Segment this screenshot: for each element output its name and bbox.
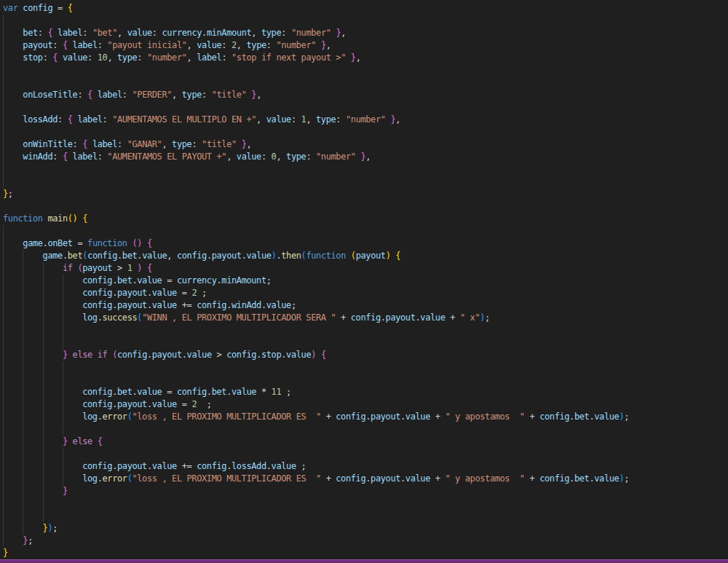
code-token-var: config <box>539 412 569 422</box>
code-token-var: payout <box>117 300 147 310</box>
code-token-op: : <box>221 40 232 50</box>
code-token-op <box>68 436 73 446</box>
code-line[interactable] <box>3 176 728 188</box>
code-token-var: payout <box>212 251 242 261</box>
code-token-op <box>68 350 73 360</box>
code-token-op: : <box>221 52 232 63</box>
code-token-op: : <box>98 151 108 162</box>
code-line[interactable]: config.payout.value += config.winAdd.val… <box>3 299 728 312</box>
code-token-var: payout <box>152 350 182 360</box>
code-token-op: , <box>187 40 197 50</box>
code-line[interactable]: config.payout.value = 2 ; <box>3 287 728 299</box>
code-line[interactable] <box>3 374 728 386</box>
code-line[interactable] <box>3 64 728 76</box>
code-line[interactable]: config.payout.value += config.lossAdd.va… <box>3 460 728 473</box>
code-line[interactable]: log.error("loss , EL PROXIMO MULTIPLICAD… <box>3 473 728 485</box>
code-token-var: lossAdd <box>232 461 266 471</box>
code-token-b1: } <box>3 548 8 558</box>
code-line[interactable]: stop: { value: 10, type: "number", label… <box>3 52 728 64</box>
code-token-op: ; <box>291 300 296 310</box>
code-line[interactable] <box>3 510 728 522</box>
code-line[interactable]: } <box>3 547 728 559</box>
code-token-var: minAmount <box>221 275 266 286</box>
code-line[interactable]: config.payout.value = 2 ; <box>3 398 728 411</box>
code-token-var: value <box>197 40 221 50</box>
code-token-var: payout <box>117 461 147 471</box>
code-line[interactable]: log.error("loss , EL PROXIMO MULTIPLICAD… <box>3 411 728 423</box>
code-editor[interactable]: ) ) ) ) var config = { bet: { label: "be… <box>0 0 728 559</box>
code-token-kw: function <box>87 238 127 248</box>
code-line[interactable]: }; <box>3 535 728 547</box>
code-token-op: . <box>117 251 122 261</box>
code-token-var: label <box>197 52 221 63</box>
code-token-op: ; <box>624 412 629 422</box>
code-token-str: "GANAR" <box>127 139 162 149</box>
code-line[interactable] <box>3 497 728 510</box>
code-line[interactable] <box>3 76 728 89</box>
code-line[interactable]: lossAdd: { label: "AUMENTAMOS EL MULTIPL… <box>3 114 728 126</box>
code-line[interactable]: } else { <box>3 436 728 448</box>
code-token-op: . <box>112 399 117 409</box>
code-line[interactable]: function main() { <box>3 213 728 225</box>
code-token-var: bet <box>122 251 137 261</box>
code-token-var: value <box>237 151 261 162</box>
code-token-op: : <box>103 114 113 125</box>
code-line[interactable]: }; <box>3 188 728 200</box>
code-line[interactable]: }); <box>3 522 728 535</box>
code-token-op: , <box>172 90 182 100</box>
code-token-op: , <box>187 52 197 63</box>
code-line[interactable]: } else if (config.payout.value > config.… <box>3 349 728 361</box>
code-token-var: config <box>336 412 365 422</box>
code-token-str: "payout inicial" <box>107 40 186 50</box>
code-token-op <box>346 251 351 261</box>
code-token-var: label <box>92 139 117 149</box>
code-token-b1: ( <box>351 251 356 261</box>
code-token-var: onWinTitle <box>23 139 72 149</box>
code-token-b1: } <box>3 189 8 199</box>
code-line[interactable]: } <box>3 485 728 497</box>
code-line[interactable] <box>3 336 728 349</box>
code-token-op: + <box>321 473 336 484</box>
code-line[interactable]: game.onBet = function () { <box>3 237 728 250</box>
code-line[interactable]: payout: { label: "payout inicial", value… <box>3 39 728 52</box>
code-token-var: type <box>261 28 281 38</box>
code-line[interactable] <box>3 126 728 138</box>
code-line[interactable] <box>3 225 728 237</box>
code-line[interactable]: config.bet.value = currency.minAmount; <box>3 275 728 287</box>
code-line[interactable]: if (payout > 1 ) { <box>3 262 728 275</box>
code-token-op <box>58 52 63 63</box>
code-token-op: : <box>43 52 53 63</box>
code-token-op: : <box>266 40 277 50</box>
code-line[interactable]: config.bet.value = config.bet.value * 11… <box>3 386 728 398</box>
code-line[interactable]: winAdd: { label: "AUMENTAMOS EL PAYOUT +… <box>3 151 728 163</box>
code-line[interactable] <box>3 324 728 336</box>
code-line[interactable]: onWinTitle: { label: "GANAR", type: "tit… <box>3 138 728 151</box>
code-token-op: ; <box>624 473 629 484</box>
code-line[interactable] <box>3 163 728 176</box>
code-token-op: > <box>112 263 127 273</box>
code-token-op: . <box>112 300 117 310</box>
indent-whitespace <box>3 473 82 484</box>
code-token-kw: var <box>3 3 17 13</box>
code-line[interactable]: log.success("WINN , EL PROXIMO MULTIPLIC… <box>3 312 728 324</box>
code-token-var: value <box>272 461 296 471</box>
indent-whitespace <box>3 28 23 38</box>
indent-whitespace <box>3 251 43 261</box>
code-line[interactable]: onLoseTitle: { label: "PERDER", type: "t… <box>3 89 728 101</box>
code-line[interactable] <box>3 361 728 374</box>
code-line[interactable]: var config = { <box>3 2 728 15</box>
code-line[interactable]: game.bet(config.bet.value, config.payout… <box>3 250 728 262</box>
code-line[interactable] <box>3 200 728 213</box>
code-token-var: value <box>187 350 212 360</box>
code-token-str: "number" <box>276 40 316 50</box>
indent-whitespace <box>3 40 23 50</box>
code-token-op <box>92 350 98 360</box>
code-token-var: bet <box>212 387 226 397</box>
code-line[interactable]: bet: { label: "bet", value: currency.min… <box>3 27 728 39</box>
code-line[interactable] <box>3 15 728 27</box>
code-token-var: label <box>73 151 98 162</box>
code-line[interactable] <box>3 101 728 114</box>
code-line[interactable] <box>3 448 728 460</box>
code-line[interactable] <box>3 423 728 436</box>
code-token-op: = <box>52 3 67 13</box>
